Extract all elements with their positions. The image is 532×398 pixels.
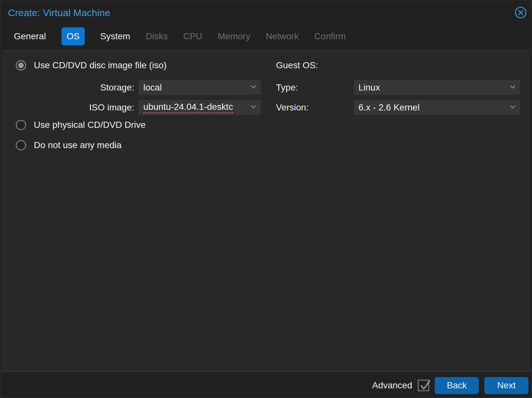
advanced-checkbox[interactable]: [418, 380, 429, 391]
radio-use-physical-label: Use physical CD/DVD Drive: [34, 120, 146, 130]
radio-use-iso[interactable]: [16, 60, 26, 71]
radio-use-physical[interactable]: [16, 120, 26, 130]
next-button[interactable]: Next: [484, 377, 528, 394]
tab-system[interactable]: System: [100, 31, 130, 42]
type-label: Type:: [276, 82, 298, 93]
create-vm-dialog: Create: Virtual Machine General OS Syste…: [0, 0, 532, 398]
radio-no-media[interactable]: [16, 140, 26, 150]
tab-memory: Memory: [218, 31, 250, 42]
iso-image-select[interactable]: ubuntu-24.04.1-desktc: [138, 100, 261, 115]
chevron-down-icon: [249, 83, 258, 92]
tab-cpu: CPU: [183, 31, 202, 42]
storage-label: Storage:: [3, 82, 134, 93]
iso-image-label: ISO image:: [3, 102, 134, 113]
radio-row-no-media[interactable]: Do not use any media: [16, 140, 121, 151]
dialog-titlebar: Create: Virtual Machine: [0, 0, 532, 25]
guest-os-heading-row: Guest OS:: [276, 60, 318, 71]
advanced-label: Advanced: [372, 380, 412, 391]
dialog-title: Create: Virtual Machine: [8, 7, 110, 18]
tab-os[interactable]: OS: [62, 27, 85, 45]
back-button[interactable]: Back: [435, 377, 479, 394]
os-version-select[interactable]: 6.x - 2.6 Kernel: [354, 100, 520, 115]
version-label: Version:: [276, 102, 309, 113]
chevron-down-icon: [508, 83, 517, 92]
radio-use-iso-label: Use CD/DVD disc image file (iso): [34, 60, 166, 71]
os-type-select[interactable]: Linux: [354, 80, 520, 95]
radio-row-iso[interactable]: Use CD/DVD disc image file (iso): [16, 60, 166, 71]
close-icon: [515, 6, 527, 20]
os-tab-panel: Use CD/DVD disc image file (iso) Guest O…: [3, 51, 529, 371]
chevron-down-icon: [508, 103, 517, 112]
guest-os-heading: Guest OS:: [276, 60, 318, 71]
radio-row-physical[interactable]: Use physical CD/DVD Drive: [16, 119, 146, 130]
wizard-tab-strip: General OS System Disks CPU Memory Netwo…: [14, 27, 525, 45]
tab-confirm: Confirm: [314, 31, 346, 42]
tab-network: Network: [266, 31, 299, 42]
storage-select-value: local: [143, 82, 247, 93]
tab-disks: Disks: [146, 31, 167, 42]
os-version-select-value: 6.x - 2.6 Kernel: [358, 102, 506, 113]
tab-general[interactable]: General: [14, 31, 46, 42]
close-button[interactable]: [514, 6, 527, 20]
os-type-select-value: Linux: [358, 82, 506, 93]
chevron-down-icon: [249, 103, 258, 112]
radio-no-media-label: Do not use any media: [34, 140, 121, 150]
storage-select[interactable]: local: [138, 80, 261, 95]
dialog-footer: Advanced Back Next: [0, 371, 532, 398]
iso-image-select-value: ubuntu-24.04.1-desktc: [143, 102, 233, 113]
